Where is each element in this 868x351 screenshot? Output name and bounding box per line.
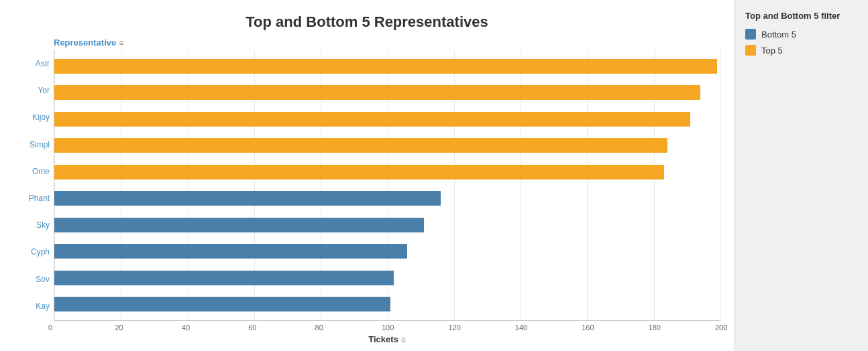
x-tick-120: 120 [448,324,460,332]
bar-sov[interactable] [54,271,394,285]
x-tick-20: 20 [115,324,123,332]
legend-item-bottom-5[interactable]: Bottom 5 [745,29,857,40]
y-label-sov: Sov [13,275,54,283]
x-tick-140: 140 [515,324,527,332]
x-tick-100: 100 [382,324,394,332]
legend-label-text: Bottom 5 [761,29,796,40]
bars-section: AstrYorKijoySimplOmePhantSkyCyphSovKay [13,50,720,321]
bar-row-yor [54,83,720,102]
bar-row-astr [54,57,720,76]
x-tick-200: 200 [715,324,727,332]
x-tick-160: 160 [582,324,594,332]
legend-label-text: Top 5 [761,46,783,56]
bar-row-sov [54,269,720,287]
bar-simpl[interactable] [54,138,667,153]
bar-yor[interactable] [54,85,700,100]
bar-kijoy[interactable] [54,112,690,127]
bar-row-sky [54,216,720,234]
y-label-kay: Kay [13,302,54,310]
bar-row-kijoy [54,110,720,129]
y-label-ome: Ome [13,167,54,176]
bar-kay[interactable] [54,297,390,311]
legend-item-top-5[interactable]: Top 5 [745,45,857,56]
x-tick-180: 180 [649,324,661,332]
y-axis-label: Representative ≡ [54,38,720,48]
x-axis-filter-icon[interactable]: ≡ [401,335,406,344]
y-label-kijoy: Kijoy [13,113,54,121]
legend-title: Top and Bottom 5 filter [745,11,857,21]
x-axis-label: Tickets [368,334,398,344]
y-label-phant: Phant [13,194,54,202]
x-tick-60: 60 [248,324,256,332]
bar-sky[interactable] [54,218,424,232]
bar-phant[interactable] [54,191,441,206]
x-axis-labels: 020406080100120140160180200 [54,321,720,333]
legend-panel: Top and Bottom 5 filter Bottom 5Top 5 [734,0,868,351]
bar-row-ome [54,163,720,182]
y-label-yor: Yor [13,86,54,94]
y-label-astr: Astr [13,60,54,68]
legend-color-swatch [745,45,756,56]
y-axis-filter-icon[interactable]: ≡ [119,38,123,48]
y-labels: AstrYorKijoySimplOmePhantSkyCyphSovKay [13,50,54,321]
bar-row-simpl [54,136,720,155]
legend-color-swatch [745,29,756,40]
y-label-sky: Sky [13,221,54,229]
chart-area: Representative ≡ AstrYorKijoySimplOmePha… [13,38,720,344]
x-axis-label-container: Tickets ≡ [54,334,720,344]
y-label-simpl: Simpl [13,141,54,149]
bar-astr[interactable] [54,59,717,74]
x-tick-40: 40 [182,324,190,332]
bar-row-cyph [54,242,720,261]
grid-line-200 [720,50,721,320]
chart-container: Top and Bottom 5 Representatives Represe… [0,0,734,351]
bars-and-axes: AstrYorKijoySimplOmePhantSkyCyphSovKay 0… [13,50,720,344]
bar-cyph[interactable] [54,244,407,259]
chart-title: Top and Bottom 5 Representatives [13,13,720,31]
x-tick-80: 80 [315,324,323,332]
y-label-cyph: Cyph [13,248,54,256]
bar-ome[interactable] [54,165,664,180]
bars-chart [54,50,720,321]
x-tick-0: 0 [48,324,52,332]
bar-row-kay [54,295,720,313]
bar-row-phant [54,189,720,208]
